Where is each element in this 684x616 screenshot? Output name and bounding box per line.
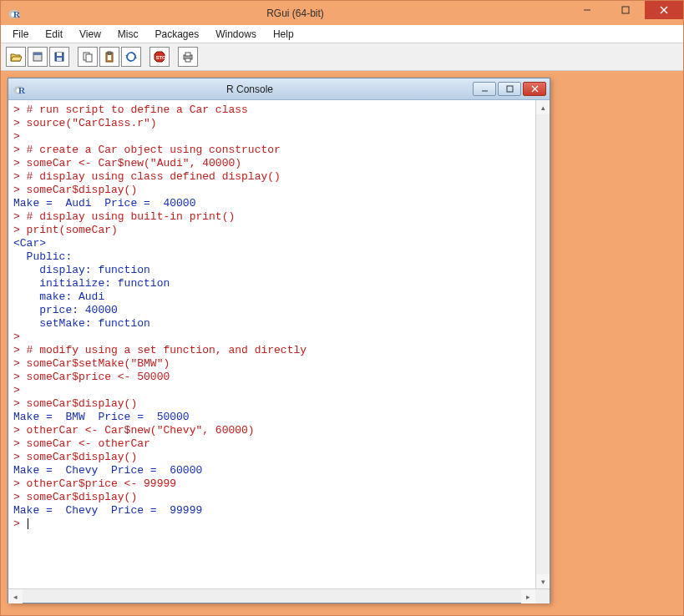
console-command-line: > otherCar$price <- 99999 <box>13 477 534 491</box>
console-command-line: > someCar$setMake("BMW") <box>13 357 534 371</box>
console-output[interactable]: > # run script to define a Car class> so… <box>8 100 535 588</box>
menu-edit[interactable]: Edit <box>38 27 69 42</box>
console-command-line: > otherCar <- Car$new("Chevy", 60000) <box>13 424 534 437</box>
console-command-line: > print(someCar) <box>13 224 534 237</box>
svg-rect-13 <box>86 54 92 62</box>
console-command-line: > someCar$display() <box>13 491 534 504</box>
console-command-line: > someCar$display() <box>13 184 534 197</box>
console-command-line: > <box>13 331 534 344</box>
console-command-line: > <box>13 384 534 397</box>
console-command-line: > someCar <- otherCar <box>13 437 534 451</box>
print-button[interactable] <box>178 47 198 67</box>
console-command-line: > # modify using a set function, and dir… <box>13 344 534 357</box>
svg-rect-21 <box>185 58 190 62</box>
svg-text:R: R <box>13 9 21 19</box>
console-command-line: > # create a Car object using constructo… <box>13 144 534 157</box>
console-command-line: > # display using class defined display(… <box>13 170 534 184</box>
console-output-line: Make = Audi Price = 40000 <box>13 197 534 210</box>
scroll-down-icon[interactable]: ▾ <box>536 574 550 588</box>
console-minimize-button[interactable] <box>473 82 496 96</box>
menu-misc[interactable]: Misc <box>111 27 145 42</box>
outer-titlebar[interactable]: R RGui (64-bit) <box>1 1 683 25</box>
console-output-line: <Car> <box>13 237 534 250</box>
svg-rect-11 <box>57 58 62 61</box>
console-command-line: > # display using built-in print() <box>13 210 534 224</box>
svg-text:R: R <box>18 85 26 95</box>
r-console-window: R R Console > # run script <box>8 78 550 603</box>
console-output-line: setMake: function <box>13 317 534 331</box>
console-vertical-scrollbar[interactable]: ▴ ▾ <box>535 100 550 588</box>
hscroll-track[interactable] <box>23 589 521 603</box>
copy-button[interactable] <box>78 47 98 67</box>
svg-rect-16 <box>108 55 111 60</box>
scroll-up-icon[interactable]: ▴ <box>536 100 550 114</box>
r-app-icon: R <box>8 6 23 21</box>
scroll-right-icon[interactable]: ▸ <box>521 589 535 603</box>
menubar: File Edit View Misc Packages Windows Hel… <box>1 25 683 43</box>
console-output-line: Make = BMW Price = 50000 <box>13 411 534 424</box>
console-command-line: > someCar$display() <box>13 451 534 464</box>
console-output-line: initialize: function <box>13 277 534 290</box>
svg-rect-20 <box>185 53 190 56</box>
menu-packages[interactable]: Packages <box>149 27 206 42</box>
svg-rect-26 <box>507 86 513 92</box>
minimize-button[interactable] <box>568 1 606 19</box>
console-titlebar[interactable]: R R Console <box>8 78 550 100</box>
svg-rect-15 <box>108 52 111 54</box>
console-close-button[interactable] <box>523 82 546 96</box>
save-button[interactable] <box>49 47 69 67</box>
console-command-line: > # run script to define a Car class <box>13 104 534 117</box>
console-prompt-line[interactable]: > <box>13 518 534 531</box>
outer-title: RGui (64-bit) <box>23 8 568 19</box>
console-command-line: > source("CarClass.r") <box>13 117 534 130</box>
stop-button[interactable]: STOP <box>149 47 170 67</box>
console-output-line: Make = Chevy Price = 60000 <box>13 464 534 477</box>
console-output-line: price: 40000 <box>13 304 534 317</box>
console-command-line: > someCar <- Car$new("Audi", 40000) <box>13 157 534 170</box>
svg-text:STOP: STOP <box>156 55 167 60</box>
console-body: > # run script to define a Car class> so… <box>8 100 550 588</box>
console-output-line: Make = Chevy Price = 99999 <box>13 504 534 518</box>
console-output-line: make: Audi <box>13 290 534 304</box>
text-cursor <box>28 518 28 529</box>
console-maximize-button[interactable] <box>498 82 521 96</box>
toolbar: STOP <box>1 43 683 71</box>
maximize-button[interactable] <box>606 1 645 19</box>
svg-rect-10 <box>57 53 62 56</box>
menu-windows[interactable]: Windows <box>209 27 263 42</box>
console-title: R Console <box>27 83 473 95</box>
menu-file[interactable]: File <box>6 27 35 42</box>
menu-help[interactable]: Help <box>266 27 301 42</box>
close-button[interactable] <box>645 1 683 19</box>
console-output-line: Public: <box>13 250 534 264</box>
console-command-line: > <box>13 130 534 144</box>
copy-paste-button[interactable] <box>121 47 141 67</box>
open-button[interactable] <box>6 47 26 67</box>
console-window-controls <box>473 82 546 96</box>
outer-window-controls <box>568 1 683 25</box>
console-command-line: > someCar$display() <box>13 397 534 411</box>
svg-rect-4 <box>622 7 629 13</box>
paste-button[interactable] <box>99 47 119 67</box>
rgui-window: R RGui (64-bit) File Edit View Misc Pack… <box>0 0 684 616</box>
scroll-corner <box>535 589 550 603</box>
scroll-left-icon[interactable]: ◂ <box>8 589 23 603</box>
console-horizontal-scrollbar[interactable]: ◂ ▸ <box>8 588 550 603</box>
svg-rect-8 <box>33 53 42 55</box>
mdi-workspace: R R Console > # run script <box>1 71 683 615</box>
console-output-line: display: function <box>13 264 534 277</box>
r-console-icon: R <box>13 83 27 96</box>
load-workspace-button[interactable] <box>28 47 48 67</box>
menu-view[interactable]: View <box>73 27 108 42</box>
console-command-line: > someCar$price <- 50000 <box>13 371 534 384</box>
